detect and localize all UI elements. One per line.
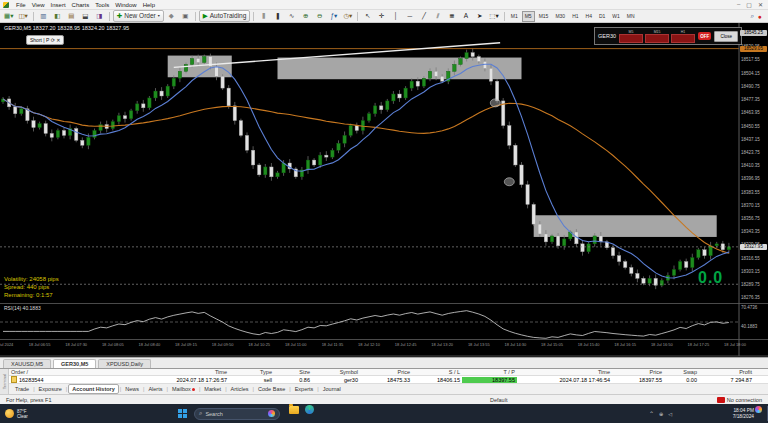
hline-button[interactable]: ─ (403, 10, 416, 22)
signal-close-button[interactable]: Close (714, 31, 738, 42)
timeframe-m1[interactable]: M1 (508, 11, 521, 22)
strategy-tester-button[interactable]: ◨ (93, 10, 106, 22)
zoom-in-button[interactable]: ⊕ (299, 10, 312, 22)
timeframe-mn[interactable]: MN (624, 11, 638, 22)
indicators-button[interactable]: ƒ▾ (327, 10, 340, 22)
arrows-tool-button[interactable]: ➤ (473, 10, 486, 22)
timeframe-w1[interactable]: W1 (609, 11, 623, 22)
fibonacci-button[interactable]: ≣ (445, 10, 458, 22)
col-header-close_time[interactable]: Time (517, 369, 612, 375)
line-chart-button[interactable]: ∿ (285, 10, 298, 22)
print-button[interactable]: ▣ (179, 10, 192, 22)
chart-tab-xpdusd[interactable]: XPDUSD,Daily (98, 359, 151, 368)
menu-help[interactable]: Help (140, 2, 158, 8)
terminal-tab-experts[interactable]: Experts (292, 385, 317, 393)
terminal-panel-button[interactable]: ⬓ (79, 10, 92, 22)
profiles-button[interactable]: ◫▾ (16, 10, 29, 22)
tray-network-icon[interactable]: ⊕ (659, 411, 663, 417)
menu-view[interactable]: View (29, 2, 48, 8)
terminal-tab-mailbox[interactable]: Mailbox (169, 385, 198, 393)
toolbar-separator (357, 12, 358, 21)
taskbar-weather[interactable]: 87°F Clear (5, 404, 28, 423)
zoom-out-button[interactable]: ⊖ (313, 10, 326, 22)
trendline-tool-button[interactable]: ╱ (417, 10, 430, 22)
taskbar-clock[interactable]: 18:04 PM 7/18/2024 (733, 404, 754, 423)
col-header-tp[interactable]: T / P (462, 369, 517, 375)
terminal-panel: Terminal Order /TimeTypeSizeSymbolPriceS… (0, 368, 768, 394)
col-header-swap[interactable]: Swap (664, 369, 699, 375)
col-header-symbol[interactable]: Symbol (312, 369, 360, 375)
col-header-sl[interactable]: S / L (412, 369, 462, 375)
terminal-tab-market[interactable]: Market (201, 385, 224, 393)
signal-off-button[interactable]: OFF (698, 32, 711, 40)
terminal-tab-code-base[interactable]: Code Base (255, 385, 288, 393)
close-button[interactable]: ✕ (758, 1, 763, 8)
timeframe-m15[interactable]: M15 (536, 11, 552, 22)
search-icon[interactable]: ⌕ (750, 12, 754, 20)
col-header-close_price[interactable]: Price (612, 369, 664, 375)
menu-tools[interactable]: Tools (92, 2, 112, 8)
history-table-row[interactable]: 162835442024.07.18 17:26:57sell0.86ger30… (9, 376, 768, 383)
copilot-icon[interactable] (753, 404, 764, 415)
vline-button[interactable]: │ (389, 10, 402, 22)
ea-short-button[interactable]: Short | P ⟳ ✕ (26, 35, 64, 45)
timeframe-m30[interactable]: M30 (552, 11, 568, 22)
taskbar-search[interactable]: ⌕ Search (194, 408, 280, 420)
new-chart-button[interactable]: ▦▾ (2, 10, 15, 22)
timeframe-d1[interactable]: D1 (596, 11, 608, 22)
navigator-button[interactable]: ▤ (65, 10, 78, 22)
crosshair-button[interactable]: ✛ (375, 10, 388, 22)
signal-value-cell[interactable] (671, 34, 695, 43)
market-watch-button[interactable]: ▥ (37, 10, 50, 22)
signal-col-h1: H1 (671, 30, 695, 43)
tray-chevron-icon[interactable]: ⌃ (649, 410, 654, 417)
col-header-order[interactable]: Order / (9, 369, 129, 375)
menu-insert[interactable]: Insert (48, 2, 69, 8)
chart-tab-xauusd[interactable]: XAUUSD,M5 (3, 359, 51, 368)
browser-icon[interactable] (304, 404, 315, 415)
menu-window[interactable]: Window (112, 2, 139, 8)
start-button[interactable] (178, 404, 187, 423)
shapes-tool-button[interactable]: ⬚▾ (487, 10, 500, 22)
col-header-open_time[interactable]: Time (129, 369, 229, 375)
record-status-icon[interactable]: ● (758, 13, 762, 20)
maximize-button[interactable]: ▢ (746, 1, 752, 8)
terminal-tab-trade[interactable]: Trade (12, 385, 32, 393)
signal-col-m15: M15 (645, 30, 669, 43)
terminal-tab-alerts[interactable]: Alerts (145, 385, 165, 393)
candle-chart-button[interactable]: ❚ (271, 10, 284, 22)
tray-volume-icon[interactable]: ◁ (668, 411, 672, 417)
new-order-button[interactable]: ✚New Order▾ (113, 10, 164, 22)
terminal-tab-account-history[interactable]: Account History (68, 384, 118, 394)
periods-button[interactable]: ◷▾ (341, 10, 354, 22)
terminal-side-strip[interactable]: Terminal (0, 369, 9, 394)
channel-button[interactable]: ⫽ (431, 10, 444, 22)
col-header-open_price[interactable]: Price (360, 369, 412, 375)
col-header-size[interactable]: Size (274, 369, 312, 375)
mql5-button[interactable]: ◆ (165, 10, 178, 22)
text-tool-button[interactable]: A (459, 10, 472, 22)
timeframe-h4[interactable]: H4 (583, 11, 595, 22)
cursor-button[interactable]: ↖ (361, 10, 374, 22)
time-tick: 18 Jul 15:40 (572, 342, 606, 347)
terminal-tab-journal[interactable]: Journal (320, 385, 344, 393)
timeframe-h1[interactable]: H1 (569, 11, 581, 22)
menu-file[interactable]: File (13, 2, 29, 8)
col-header-profit[interactable]: Profit (699, 369, 754, 375)
chart-tab-ger30[interactable]: GER30,M5 (53, 359, 96, 368)
file-explorer-icon[interactable] (288, 404, 299, 415)
new-order-icon: ✚ (117, 13, 122, 20)
col-header-type[interactable]: Type (229, 369, 274, 375)
terminal-tab-articles[interactable]: Articles (228, 385, 252, 393)
terminal-tab-exposure[interactable]: Exposure (36, 385, 65, 393)
bar-chart-button[interactable]: ⫼ (257, 10, 270, 22)
signal-value-cell[interactable] (645, 34, 669, 43)
timeframe-m5[interactable]: M5 (522, 11, 535, 22)
data-window-button[interactable]: ◧ (51, 10, 64, 22)
autotrading-button[interactable]: ▶AutoTraiding (199, 10, 251, 22)
signal-value-cell[interactable] (619, 34, 643, 43)
terminal-tab-news[interactable]: News (122, 385, 142, 393)
menu-charts[interactable]: Charts (69, 2, 93, 8)
minimize-button[interactable]: – (737, 1, 740, 8)
price-chart[interactable] (0, 23, 768, 357)
